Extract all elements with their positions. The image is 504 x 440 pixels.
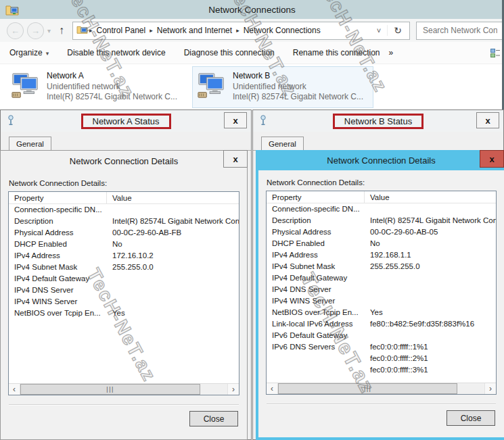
table-row[interactable]: DHCP EnabledNo [9, 239, 239, 250]
table-row[interactable]: fec0:0:0:ffff::3%1 [267, 364, 496, 376]
forward-icon[interactable]: → [27, 22, 44, 39]
table-row[interactable]: DHCP EnabledNo [267, 238, 496, 249]
tab-general[interactable]: General [261, 137, 304, 151]
table-row[interactable]: Physical Address00-0C-29-60-AB-FB [9, 227, 239, 239]
crumb-separator-icon: ▸ [148, 27, 154, 34]
organize-button[interactable]: Organize▾ [9, 48, 49, 57]
value-cell: Intel(R) 82574L Gigabit Network Connect [365, 215, 496, 226]
details-table: PropertyValueConnection-specific DN...De… [8, 191, 239, 395]
value-cell [107, 273, 239, 285]
connection-item-network-b[interactable]: Network B Unidentified network Intel(R) … [192, 66, 373, 108]
back-icon[interactable]: ← [7, 22, 24, 39]
address-bar[interactable]: ▸ Control Panel ▸ Network and Internet ▸… [72, 22, 410, 40]
connections-list: Network A Unidentified network Intel(R) … [0, 64, 504, 109]
rename-connection-button[interactable]: Rename this connection [293, 48, 380, 57]
value-cell: 255.255.0.0 [107, 262, 239, 273]
address-dropdown-icon[interactable]: ˅ [371, 26, 387, 34]
status-window-title: Network B Status [344, 116, 412, 126]
close-icon[interactable]: x [476, 112, 499, 128]
property-cell: IPv6 Default Gateway [267, 330, 365, 341]
table-row[interactable]: IPv6 Default Gateway [267, 330, 496, 341]
property-cell: Physical Address [9, 227, 107, 239]
highlight-box: Network A Status [81, 114, 171, 129]
address-folder-icon [76, 24, 88, 36]
tab-general[interactable]: General [9, 137, 51, 151]
value-cell: fec0:0:0:ffff::3%1 [365, 364, 496, 376]
close-icon[interactable]: x [223, 150, 248, 168]
close-icon[interactable]: x [224, 112, 247, 128]
column-header[interactable]: Value [107, 192, 239, 203]
table-row[interactable]: IPv4 DNS Server [9, 285, 239, 296]
history-caret-icon[interactable]: ▾ [47, 27, 51, 34]
scroll-right-icon[interactable]: › [484, 383, 496, 394]
column-header[interactable]: Value [365, 191, 496, 203]
property-cell: IPv4 WINS Server [9, 296, 107, 308]
property-cell: IPv4 Address [267, 249, 365, 261]
table-row[interactable]: IPv6 DNS Serversfec0:0:0:ffff::1%1 [267, 341, 496, 353]
horizontal-scrollbar[interactable]: ‹ ||| › [267, 383, 496, 394]
table-row[interactable]: Connection-specific DN... [9, 204, 239, 216]
table-row[interactable]: Physical Address00-0C-29-60-AB-05 [267, 226, 496, 238]
window-title: Network Connections [208, 5, 295, 15]
table-row[interactable]: NetBIOS over Tcpip En...Yes [9, 308, 239, 319]
table-row[interactable]: IPv4 WINS Server [267, 295, 496, 307]
value-cell: 192.168.1.1 [365, 249, 496, 261]
network-b-details-dialog: Network Connection Details x Network Con… [256, 150, 504, 440]
close-button[interactable]: Close [189, 411, 238, 426]
property-cell: IPv4 Subnet Mask [9, 262, 107, 273]
scrollbar-thumb[interactable]: ||| [278, 383, 457, 394]
disable-device-button[interactable]: Disable this network device [67, 48, 165, 57]
table-row[interactable]: IPv4 Default Gateway [267, 272, 496, 284]
network-adapter-icon [196, 70, 227, 103]
table-row[interactable]: IPv4 Default Gateway [9, 273, 239, 285]
horizontal-scrollbar[interactable]: ‹ ||| › [9, 383, 239, 395]
breadcrumb-network-and-internet[interactable]: Network and Internet [154, 26, 235, 35]
crumb-separator-icon: ▸ [88, 27, 94, 34]
table-row[interactable]: IPv4 Subnet Mask255.255.255.0 [267, 261, 496, 272]
status-window-title: Network A Status [93, 116, 160, 126]
table-row[interactable]: DescriptionIntel(R) 82574L Gigabit Netwo… [267, 215, 496, 226]
network-adapter-icon [10, 70, 41, 103]
value-cell [365, 330, 496, 341]
value-cell: 00-0C-29-60-AB-05 [365, 226, 496, 238]
column-header[interactable]: Property [9, 192, 107, 203]
column-header[interactable]: Property [267, 191, 365, 203]
value-cell: Intel(R) 82574L Gigabit Network Connect [107, 216, 239, 227]
scroll-right-icon[interactable]: › [227, 384, 239, 395]
connection-item-network-a[interactable]: Network A Unidentified network Intel(R) … [7, 66, 188, 108]
table-row[interactable]: IPv4 Subnet Mask255.255.0.0 [9, 262, 239, 273]
up-icon[interactable]: ↑ [59, 24, 64, 36]
table-row[interactable]: fec0:0:0:ffff::2%1 [267, 353, 496, 364]
value-cell: Yes [107, 308, 239, 319]
more-commands-button[interactable]: » [388, 48, 393, 57]
table-row[interactable]: Connection-specific DN... [267, 203, 496, 215]
breadcrumb-network-connections[interactable]: Network Connections [241, 26, 323, 35]
scroll-left-icon[interactable]: ‹ [9, 384, 20, 395]
breadcrumb-control-panel[interactable]: Control Panel [93, 26, 148, 35]
table-row[interactable]: Link-local IPv6 Addressfe80::b482:5e9f:d… [267, 318, 496, 330]
table-row[interactable]: IPv4 Address172.16.10.2 [9, 250, 239, 262]
details-view-icon[interactable] [490, 49, 500, 59]
highlight-box: Network B Status [333, 114, 423, 129]
refresh-icon[interactable]: ↻ [387, 25, 408, 36]
diagnose-connection-button[interactable]: Diagnose this connection [184, 48, 275, 57]
table-row[interactable]: DescriptionIntel(R) 82574L Gigabit Netwo… [9, 216, 239, 227]
property-cell: Connection-specific DN... [267, 203, 365, 215]
value-cell [365, 203, 496, 215]
table-row[interactable]: IPv4 WINS Server [9, 296, 239, 308]
scroll-left-icon[interactable]: ‹ [267, 383, 278, 394]
property-cell: IPv4 WINS Server [267, 295, 365, 307]
property-cell: IPv4 Default Gateway [9, 273, 107, 285]
search-input[interactable] [416, 22, 504, 40]
table-row[interactable]: IPv4 Address192.168.1.1 [267, 249, 496, 261]
close-button[interactable]: Close [446, 410, 495, 426]
dialog-titlebar: Network Connection Details x [258, 150, 504, 170]
close-icon[interactable]: x [480, 150, 504, 168]
scrollbar-thumb[interactable]: ||| [20, 384, 200, 395]
table-row[interactable]: IPv4 DNS Server [267, 284, 496, 295]
status-titlebar: Network A Status x [1, 110, 251, 132]
scrollbar-track[interactable]: ||| [20, 384, 227, 395]
value-cell: 172.16.10.2 [107, 250, 239, 262]
scrollbar-track[interactable]: ||| [278, 383, 484, 394]
table-row[interactable]: NetBIOS over Tcpip En...Yes [267, 307, 496, 318]
